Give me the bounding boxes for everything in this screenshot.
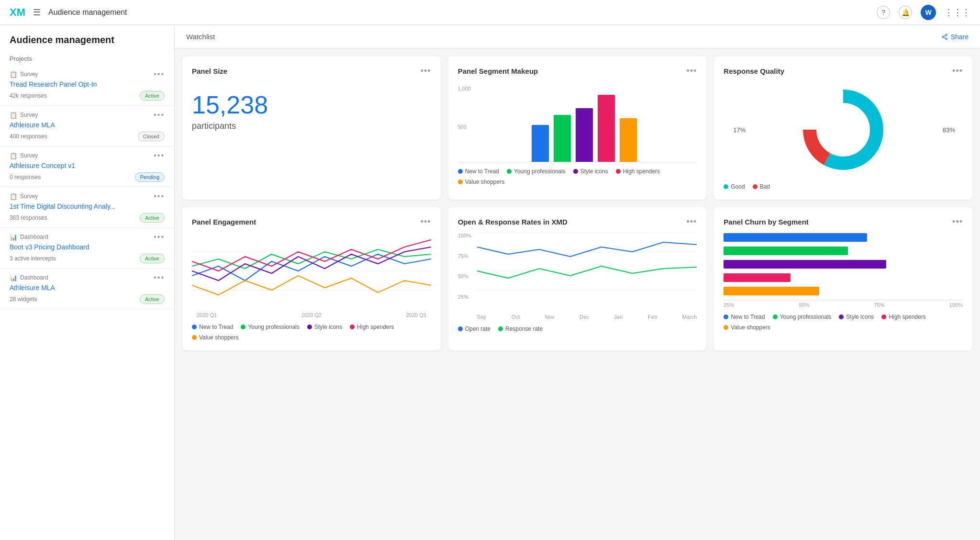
legend-label-4: Value shoppers [465, 179, 505, 185]
eng-label-1: Young professionals [248, 324, 300, 330]
quality-legend-item-0: Good [724, 183, 745, 190]
engagement-legend-item-0: New to Tread [192, 324, 233, 330]
sidebar-item-badge-2: Pending [135, 172, 165, 182]
hbar-xaxis-50: 50% [799, 302, 810, 308]
sidebar-item-meta-5: 28 widgets [10, 296, 37, 303]
sidebar-item-type-5: 📊 Dashboard [10, 274, 48, 281]
open-response-card: Open & Response Rates in XMD ••• 100% 75… [448, 207, 707, 350]
sidebar-item-menu-5[interactable]: ••• [154, 273, 165, 282]
sidebar-item-name-5[interactable]: Athleisure MLA [10, 284, 165, 292]
panel-size-card: Panel Size ••• 15,238 participants [182, 56, 441, 200]
legend-dot-4 [458, 180, 463, 184]
sidebar-type-label-4: Dashboard [20, 234, 48, 240]
bar-1 [554, 115, 571, 162]
hamburger-icon[interactable]: ☰ [33, 7, 41, 18]
sidebar-type-icon-3: 📋 [10, 193, 17, 200]
sidebar-item-menu-1[interactable]: ••• [154, 111, 165, 119]
churn-label-l-0: New to Tread [731, 314, 765, 320]
xaxis-jan: Jan [614, 314, 623, 320]
legend-dot-1 [507, 169, 512, 174]
panel-segment-menu[interactable]: ••• [686, 66, 697, 76]
churn-legend-left-2: Style icons [839, 314, 874, 320]
sidebar-item-bottom-2: 0 responses Pending [10, 172, 165, 182]
sidebar-item-meta-1: 400 responses [10, 133, 47, 140]
response-quality-title: Response Quality [724, 67, 784, 75]
hbar-bar-2 [724, 260, 886, 269]
share-button[interactable]: Share [941, 33, 969, 41]
segment-legend-item-3: High spenders [616, 168, 660, 175]
sidebar-type-icon-2: 📋 [10, 152, 17, 159]
engagement-legend-item-2: Style icons [307, 324, 342, 330]
engagement-legend-item-3: High spenders [350, 324, 394, 330]
sidebar-item-name-3[interactable]: 1st Time Digital Discounting Analy... [10, 202, 165, 210]
help-icon[interactable]: ? [877, 6, 890, 19]
donut-container: 17% 83% [724, 82, 963, 178]
sidebar-item-type-0: 📋 Survey [10, 71, 38, 78]
sidebar-item-bottom-4: 3 active intercepts Active [10, 254, 165, 263]
hbar-row-2 [724, 259, 963, 269]
sidebar-item-0: 📋 Survey ••• Tread Research Panel Opt-In… [0, 65, 174, 106]
engagement-svg [192, 233, 431, 309]
sidebar-item-name-1[interactable]: Athleisure MLA [10, 121, 165, 129]
sidebar-item-menu-3[interactable]: ••• [154, 192, 165, 201]
churn-label-r-1: Value shoppers [731, 324, 770, 331]
sidebar-item-badge-0: Active [140, 91, 165, 101]
panel-size-menu[interactable]: ••• [421, 66, 431, 76]
hbar-xaxis-75: 75% [874, 302, 885, 308]
share-label: Share [951, 33, 969, 41]
sidebar-type-label-2: Survey [20, 152, 38, 159]
quality-dot-0 [724, 184, 728, 189]
churn-dot-l-1 [773, 315, 778, 319]
donut-label-good: 83% [943, 126, 955, 134]
sidebar-item-menu-4[interactable]: ••• [154, 233, 165, 241]
quality-legend: GoodBad [724, 183, 963, 190]
sidebar-item-menu-0[interactable]: ••• [154, 70, 165, 79]
sidebar-type-icon-5: 📊 [10, 274, 17, 281]
sidebar-type-icon-4: 📊 [10, 234, 17, 241]
svg-line-4 [944, 35, 946, 36]
avatar[interactable]: W [921, 5, 936, 20]
panel-engagement-menu[interactable]: ••• [421, 217, 431, 227]
panel-churn-menu[interactable]: ••• [952, 217, 963, 227]
sidebar-type-label-0: Survey [20, 71, 38, 78]
sidebar-item-meta-2: 0 responses [10, 174, 41, 180]
donut-label-bad: 17% [733, 126, 746, 134]
sidebar-item-3: 📋 Survey ••• 1st Time Digital Discountin… [0, 187, 174, 228]
watchlist-label: Watchlist [186, 33, 215, 41]
xaxis-oct: Oct [512, 314, 520, 320]
bar-chart-yaxis: 1,000 500 [458, 86, 471, 162]
quality-legend-item-1: Bad [753, 183, 770, 190]
churn-legend: New to TreadYoung professionalsStyle ico… [724, 314, 963, 331]
open-response-menu[interactable]: ••• [686, 217, 697, 227]
churn-label-l-1: Young professionals [780, 314, 832, 320]
response-quality-menu[interactable]: ••• [952, 66, 963, 76]
content-header: Watchlist Share [175, 25, 980, 49]
sidebar-item-bottom-0: 42k responses Active [10, 91, 165, 101]
panel-size-title: Panel Size [192, 67, 227, 75]
sidebar-item-meta-0: 42k responses [10, 92, 47, 99]
sidebar-item-name-0[interactable]: Tread Research Panel Opt-In [10, 80, 165, 88]
sidebar-item-name-4[interactable]: Boot v3 Pricing Dashboard [10, 243, 165, 251]
sidebar-item-name-2[interactable]: Athleisure Concept v1 [10, 162, 165, 169]
panel-engagement-header: Panel Engagement ••• [192, 217, 431, 227]
svg-line-3 [944, 37, 946, 38]
bell-icon[interactable]: 🔔 [899, 6, 912, 19]
churn-legend-left-1: Young professionals [773, 314, 832, 320]
hbar-chart [724, 233, 963, 296]
main-layout: Audience management Projects 📋 Survey ••… [0, 25, 980, 540]
sidebar-item-menu-2[interactable]: ••• [154, 151, 165, 160]
sidebar: Audience management Projects 📋 Survey ••… [0, 25, 175, 540]
sidebar-items: 📋 Survey ••• Tread Research Panel Opt-In… [0, 65, 174, 309]
sidebar-type-label-5: Dashboard [20, 274, 48, 281]
cards-grid: Panel Size ••• 15,238 participants Panel… [175, 49, 980, 358]
yaxis-75: 75% [458, 253, 471, 259]
grid-icon[interactable]: ⋮⋮⋮ [945, 7, 970, 18]
sidebar-item-type-1: 📋 Survey [10, 112, 38, 119]
openrate-legend-item-0: Open rate [458, 326, 490, 332]
or-label-1: Response rate [505, 326, 543, 332]
open-response-svg [477, 233, 697, 309]
open-response-chart: Sep Oct Nov Dec Jan Feb March [477, 233, 697, 320]
donut-chart [795, 82, 891, 178]
sidebar-item-meta-4: 3 active intercepts [10, 255, 56, 262]
quality-dot-1 [753, 184, 757, 189]
